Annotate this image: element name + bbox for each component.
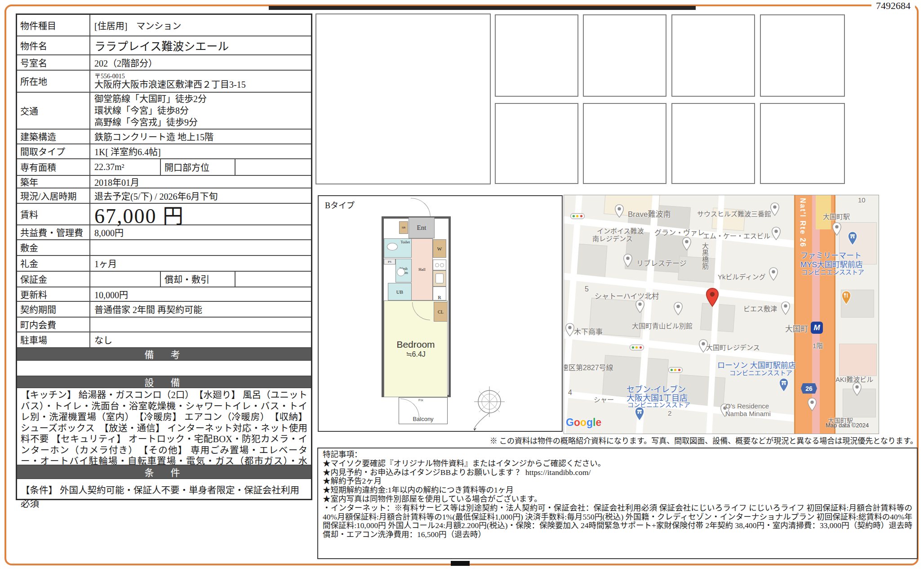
map-label: エム・ケー・エスビル xyxy=(703,231,770,240)
room-refrigerator: R xyxy=(433,287,446,300)
map-convenience-store-icon xyxy=(634,407,645,423)
row-value: 202（2階部分） xyxy=(90,55,311,70)
row-value: なし xyxy=(90,332,311,347)
photo-placeholder xyxy=(671,103,755,184)
row-label: 物件名 xyxy=(17,36,90,54)
row-value: 22.37m² xyxy=(90,159,160,175)
row-label: 号室名 xyxy=(17,55,90,70)
kitchen-stove xyxy=(433,260,446,270)
table-row: 保証金 償却・敷引 xyxy=(17,272,311,287)
photo-placeholder xyxy=(583,14,666,97)
empty-cell xyxy=(235,272,311,287)
room-entrance: Ent xyxy=(409,217,435,238)
table-row: 建築構造 鉄筋コンクリート造 地上15階 xyxy=(17,130,311,144)
table-row: 間取タイプ 1K[ 洋室約6.4帖] xyxy=(17,144,311,159)
conditions-text: 【条件】 外国人契約可能・保証人不要・単身者限定・保証会社利用必須 xyxy=(17,479,311,499)
map-label: 4 xyxy=(568,389,572,397)
map-poi-label: コンビニエンスストア xyxy=(729,368,792,377)
equipment-text: 【キッチン】 給湯器・ガスコンロ（2口） 【水廻り】 風呂（ユニットバス）・トイ… xyxy=(17,388,311,466)
map-pin-icon xyxy=(832,222,842,237)
row-label: 物件種目 xyxy=(17,15,90,36)
print-artifact-mark xyxy=(451,561,470,566)
remarks-line: ★解約予告2ヶ月 xyxy=(323,477,912,486)
room-closet-cl: CL xyxy=(434,302,448,322)
compass-icon xyxy=(465,383,514,432)
property-flyer-page: 7492684 物件種目 [住居用] マンション 物件名 ララプレイス難波シエー… xyxy=(0,0,924,569)
map-building xyxy=(577,244,608,278)
floorplan-type-label: Bタイプ xyxy=(325,199,355,211)
row-value: 8,000円 xyxy=(90,225,311,239)
row-label: 専有面積 xyxy=(17,159,90,175)
photo-placeholder xyxy=(760,103,845,184)
row-label: 共益費・管理費 xyxy=(17,225,90,239)
row-value: 2018年01月 xyxy=(90,176,311,188)
table-row: 共益費・管理費 8,000円 xyxy=(17,225,311,240)
top-black-bar xyxy=(269,6,696,10)
photo-placeholder xyxy=(495,103,578,184)
map-pin-icon xyxy=(673,302,683,317)
map-label: サウスヒルズ難波三番館 xyxy=(697,209,771,218)
row-label: 保証金 xyxy=(17,272,90,287)
map-label: 大国町駅 xyxy=(823,211,850,221)
photo-placeholder xyxy=(671,14,755,97)
property-detail-table: 物件種目 [住居用] マンション 物件名 ララプレイス難波シエール 号室名 20… xyxy=(16,13,312,500)
table-row: 駐車場 なし xyxy=(17,332,311,348)
empty-cell xyxy=(235,159,311,175)
row-value xyxy=(90,272,160,287)
table-row: 所在地 〒556-0015 大阪府大阪市浪速区敷津西２丁目3-15 xyxy=(17,71,311,93)
remarks-paragraph: ・インターネット：※有料サービス等は別途契約・法人契約可・保証会社：保証会社利用… xyxy=(323,504,912,539)
remarks-empty-row xyxy=(17,361,311,376)
remarks-line: 特記事項： xyxy=(323,450,912,459)
document-number: 7492684 xyxy=(871,0,915,12)
map-label: Namba Minami xyxy=(725,410,771,417)
remarks-line: ★短期解約違約金:1年以内の解約につき賃料等の1ヶ月 xyxy=(323,486,912,495)
map-label: Ykビルディング xyxy=(718,272,765,281)
map-pin-icon xyxy=(635,300,645,315)
row-label: 契約期間 xyxy=(17,302,90,317)
row-value xyxy=(90,240,311,255)
row-label: 敷金 xyxy=(17,240,90,255)
row-value: 1K[ 洋室約6.4帖] xyxy=(90,144,311,158)
google-logo: Google xyxy=(566,417,601,429)
special-remarks-box: 特記事項： ★マイソク要確認『オリジナル物件資料』またはイタンジからご確認くださ… xyxy=(317,448,918,559)
room-ps: PS xyxy=(384,259,395,264)
map-route-shield-icon: 26 xyxy=(801,383,817,394)
map-label: 1階 xyxy=(813,341,823,350)
row-value: 普通借家 2年間 再契約可能 xyxy=(90,302,311,317)
map-label: 大国町レジデンス xyxy=(706,342,760,352)
map-pin-icon xyxy=(771,227,781,242)
room-hall: Hall xyxy=(412,238,433,300)
map-label: Brave難波南 xyxy=(628,208,671,219)
map-label: 木下商事 xyxy=(574,326,603,336)
row-value: [住居用] マンション xyxy=(90,15,311,36)
map-label: 2 xyxy=(668,409,671,417)
row-value: 10,000円 xyxy=(90,287,311,301)
row-value: 鉄筋コンクリート造 地上15階 xyxy=(90,130,311,143)
transit-line: 環状線「今宮」徒歩8分 xyxy=(94,105,189,116)
rent-value: 67,000 円 xyxy=(90,204,311,224)
map-convenience-store-icon xyxy=(778,378,789,394)
row-value xyxy=(90,318,311,332)
room-unit-bath: UB xyxy=(388,283,412,300)
photo-placeholder-large xyxy=(315,13,491,184)
map-pin-icon xyxy=(770,202,780,218)
table-row: 物件名 ララプレイス難波シエール xyxy=(17,36,311,55)
map-label: リブレステージ xyxy=(636,257,687,268)
remarks-line: ★マイソク要確認『オリジナル物件資料』またはイタンジからご確認ください。 xyxy=(323,459,912,468)
map-poi-label: コンビニエンスストア xyxy=(801,267,864,276)
map-attribution: Map data ©2024 xyxy=(826,422,869,429)
table-row: 賃料 67,000 円 xyxy=(17,204,311,225)
table-row: 町内会費 xyxy=(17,318,311,332)
table-row: 号室名 202（2階部分） xyxy=(17,55,311,71)
map-label: 大国町 xyxy=(785,323,808,334)
table-row: 専有面積 22.37m² 開口部方位 xyxy=(17,159,311,176)
map-pin-icon xyxy=(852,382,862,398)
map-pin-icon xyxy=(614,204,624,220)
photo-placeholder xyxy=(760,14,845,97)
table-row: 築年 2018年01月 xyxy=(17,176,311,188)
map-pin-icon xyxy=(781,301,791,317)
map-label: シャー xyxy=(594,394,614,404)
table-row: 契約期間 普通借家 2年間 再契約可能 xyxy=(17,302,311,318)
door-arc xyxy=(411,198,431,217)
remarks-line: ★内見予約・お申込みはイタンジBBよりお願いします ？ https://itan… xyxy=(323,468,912,477)
